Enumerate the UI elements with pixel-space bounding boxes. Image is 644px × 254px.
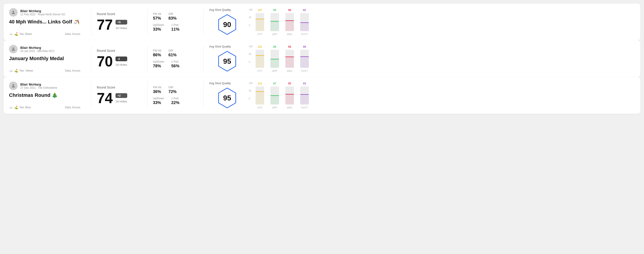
tee-label-3: Tee: Blue (20, 106, 31, 109)
chart-xlabel-arg: ARG (287, 106, 292, 109)
bar-bg-ott (256, 13, 264, 31)
round-card-3: Blair McHarg 27 Dec 2021 · The Oxfordshi… (4, 77, 640, 114)
bar-value-putt: 82 (303, 8, 306, 12)
user-meta-3: 27 Dec 2021 · The Oxfordshire (20, 86, 57, 89)
score-right-2: -2 18 Holes (116, 57, 127, 66)
score-right-3: +2 18 Holes (116, 93, 127, 103)
divider-right-2 (204, 45, 204, 73)
score-holes-3: 18 Holes (116, 100, 127, 103)
score-label-2: Round Score (97, 49, 142, 52)
chart-xlabel-putt: PUTT (301, 106, 308, 109)
bar-value-arg: 98 (288, 8, 291, 12)
bar-line-arg (285, 57, 294, 57)
bar-value-app: 95 (273, 8, 276, 12)
user-details-3: Blair McHarg 27 Dec 2021 · The Oxfordshi… (20, 82, 57, 89)
chart-xlabel-putt: PUTT (301, 33, 308, 36)
chart-column-arg: 96 ARG (285, 45, 294, 72)
round-title-2: January Monthly Medal (9, 56, 80, 61)
left-panel-3: Blair McHarg 27 Dec 2021 · The Oxfordshi… (9, 82, 86, 109)
tee-box-icon-3: ⛳ (14, 106, 18, 109)
chart-xlabel-app: APP (272, 33, 277, 36)
left-panel-2: Blair McHarg 29 Jan 2022 · Mill Ride GCC… (9, 45, 86, 73)
bar-bg-app (270, 50, 279, 68)
bar-fill-app (270, 96, 279, 105)
user-icon (11, 47, 16, 52)
data-source-2: Data: Arccos (65, 69, 80, 72)
bar-bg-putt (300, 13, 309, 31)
bar-line-ott (256, 91, 264, 92)
hexagon-value-2: 95 (223, 57, 231, 66)
bar-value-ott: 107 (258, 8, 262, 12)
chart-wrapper: 100 50 0 101 OTT 86 (249, 45, 635, 72)
bar-line-app (270, 21, 279, 22)
bar-value-arg: 96 (288, 45, 291, 48)
bar-value-app: 87 (273, 82, 276, 85)
score-number-1: 77 (97, 17, 113, 32)
quality-panel-1: Avg Shot Quality 90 (209, 8, 245, 36)
chart-bars: 110 OTT 87 APP 95 (256, 82, 635, 109)
bar-fill-ott (256, 92, 264, 105)
chart-xlabel-ott: OTT (257, 33, 262, 36)
chart-panel: 100 50 0 107 OTT 95 (245, 8, 635, 36)
tee-label-2: Tee: Yellow (20, 69, 33, 72)
bar-bg-ott (256, 50, 264, 68)
stats-row-top-3: FW Hit 36% GIR 72% (153, 86, 198, 94)
weather-icon-1: ☁️ (9, 32, 13, 36)
data-source-1: Data: Arccos (65, 32, 80, 36)
bar-bg-arg (285, 13, 294, 31)
score-row-3: 74 +2 18 Holes (97, 91, 142, 105)
bar-fill-putt (300, 57, 309, 68)
bar-fill-arg (285, 21, 294, 31)
bottom-info-1: ☁️ ⛳ Tee: Black Data: Arccos (9, 32, 80, 36)
stats-row-bot-2: Up/Down 78% 1 Putt 56% (153, 60, 198, 68)
bar-bg-app (270, 13, 279, 31)
chart-xlabel-app: APP (272, 106, 277, 109)
gir-1: GIR 83% (168, 12, 176, 21)
bar-fill-ott (256, 19, 264, 31)
tee-box-icon-1: ⛳ (14, 32, 18, 36)
bar-bg-arg (285, 50, 294, 68)
chart-xlabel-ott: OTT (257, 70, 262, 72)
bar-bg-app (270, 87, 279, 105)
bar-fill-arg (285, 57, 294, 68)
chart-panel: 100 50 0 101 OTT 86 (245, 45, 635, 73)
quality-label-3: Avg Shot Quality (209, 82, 231, 85)
score-panel-3: Round Score 74 +2 18 Holes (97, 82, 142, 109)
chart-xlabel-putt: PUTT (301, 70, 308, 72)
stats-panel-1: FW Hit 57% GIR 83% Up/Down 33% 1 Putt (153, 8, 198, 36)
chart-column-ott: 107 OTT (256, 8, 264, 36)
chart-xlabel-ott: OTT (257, 106, 262, 109)
score-number-3: 74 (97, 91, 113, 105)
chart-wrapper: 100 50 0 107 OTT 95 (249, 8, 635, 36)
bar-line-app (270, 59, 279, 59)
data-source-3: Data: Arccos (65, 106, 80, 109)
svg-point-2 (12, 84, 14, 86)
bar-line-putt (300, 56, 309, 57)
weather-icon-3: ☁️ (9, 106, 13, 109)
hexagon-container-3: 95 (216, 87, 238, 109)
bar-bg-ott (256, 87, 264, 105)
chart-column-app: 95 APP (270, 8, 279, 36)
up-down-3: Up/Down 33% (153, 97, 164, 105)
bar-bg-putt (300, 87, 309, 105)
bar-fill-app (270, 22, 279, 31)
score-panel-2: Round Score 70 -2 18 Holes (97, 45, 142, 73)
score-panel-1: Round Score 77 +5 18 Holes (97, 8, 142, 36)
one-putt-2: 1 Putt 56% (171, 60, 179, 68)
fw-hit-3: FW Hit 36% (153, 86, 161, 94)
bar-value-arg: 95 (288, 82, 291, 85)
bar-line-ott (256, 55, 264, 56)
avatar-3 (9, 82, 18, 90)
bar-line-arg (285, 20, 294, 21)
chart-xlabel-arg: ARG (287, 70, 292, 72)
score-row-1: 77 +5 18 Holes (97, 17, 142, 32)
chart-column-putt: 93 PUTT (300, 82, 309, 109)
chart-column-ott: 101 OTT (256, 45, 264, 72)
chart-column-ott: 110 OTT (256, 82, 264, 109)
y-axis: 100 50 0 (249, 82, 253, 100)
chart-xlabel-arg: ARG (287, 33, 292, 36)
one-putt-1: 1 Putt 11% (171, 23, 179, 32)
gir-2: GIR 61% (168, 49, 176, 57)
gir-3: GIR 72% (168, 86, 176, 94)
user-meta-1: 12 Feb 2022 · Royal North Devon GC (20, 13, 66, 16)
